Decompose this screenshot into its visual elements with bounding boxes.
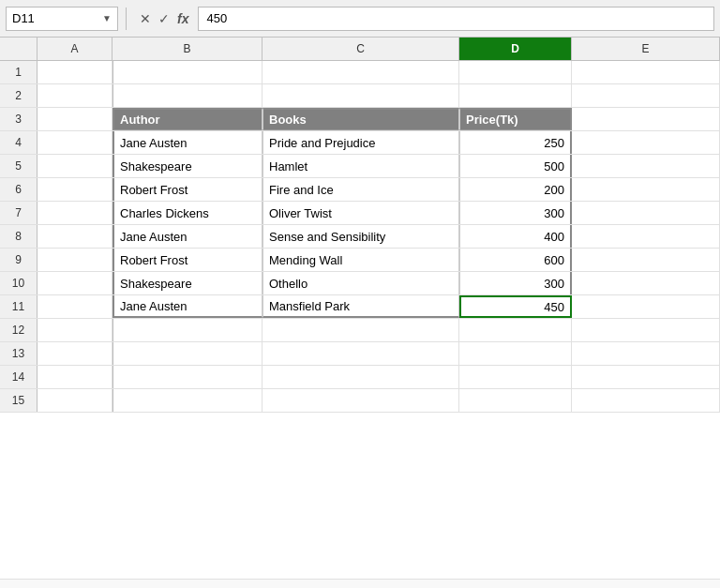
cell-e9[interactable] <box>572 249 720 271</box>
col-header-c[interactable]: C <box>262 38 459 60</box>
cell-b9[interactable]: Robert Frost <box>112 249 262 271</box>
cell-e3[interactable] <box>572 108 720 130</box>
cell-d10[interactable]: 300 <box>459 272 572 294</box>
cell-d7[interactable]: 300 <box>459 202 572 224</box>
cell-a2[interactable] <box>38 84 112 107</box>
cell-a7[interactable] <box>38 202 112 224</box>
cell-d13[interactable] <box>459 342 572 365</box>
cell-d5[interactable]: 500 <box>459 155 572 177</box>
cell-c5[interactable]: Hamlet <box>262 155 459 177</box>
row-header-8[interactable]: 8 <box>0 225 38 248</box>
cell-a10[interactable] <box>38 272 112 294</box>
cell-b15[interactable] <box>112 389 262 412</box>
cell-d1[interactable] <box>459 61 572 83</box>
cell-d2[interactable] <box>459 84 572 107</box>
cell-d8[interactable]: 400 <box>459 225 572 248</box>
col-header-d[interactable]: D <box>459 38 572 60</box>
cell-e6[interactable] <box>572 178 720 201</box>
cell-c3[interactable]: Books <box>262 108 459 130</box>
cell-b13[interactable] <box>112 342 262 365</box>
cell-b5[interactable]: Shakespeare <box>112 155 262 177</box>
cell-b4[interactable]: Jane Austen <box>112 131 262 154</box>
cell-b1[interactable] <box>112 61 262 83</box>
row-header-10[interactable]: 10 <box>0 272 38 294</box>
name-box-dropdown-icon[interactable]: ▼ <box>102 13 112 23</box>
cell-a13[interactable] <box>38 342 112 365</box>
cell-b2[interactable] <box>112 84 262 107</box>
cell-b7[interactable]: Charles Dickens <box>112 202 262 224</box>
cell-a3[interactable] <box>38 108 112 130</box>
row-header-15[interactable]: 15 <box>0 389 38 412</box>
col-header-b[interactable]: B <box>112 38 262 60</box>
row-header-9[interactable]: 9 <box>0 249 38 271</box>
cell-b6[interactable]: Robert Frost <box>112 178 262 201</box>
confirm-icon[interactable]: ✓ <box>158 11 170 26</box>
row-header-6[interactable]: 6 <box>0 178 38 201</box>
cell-c2[interactable] <box>262 84 459 107</box>
cell-e12[interactable] <box>572 319 720 341</box>
cancel-icon[interactable]: ✕ <box>140 11 151 26</box>
cell-a8[interactable] <box>38 225 112 248</box>
cell-b8[interactable]: Jane Austen <box>112 225 262 248</box>
cell-d4[interactable]: 250 <box>459 131 572 154</box>
cell-e10[interactable] <box>572 272 720 294</box>
row-header-7[interactable]: 7 <box>0 202 38 224</box>
cell-a9[interactable] <box>38 249 112 271</box>
row-header-2[interactable]: 2 <box>0 84 38 107</box>
cell-a14[interactable] <box>38 366 112 388</box>
cell-b14[interactable] <box>112 366 262 388</box>
cell-c7[interactable]: Oliver Twist <box>262 202 459 224</box>
cell-e8[interactable] <box>572 225 720 248</box>
cell-d9[interactable]: 600 <box>459 249 572 271</box>
cell-b12[interactable] <box>112 319 262 341</box>
cell-b3[interactable]: Author <box>112 108 262 130</box>
cell-e5[interactable] <box>572 155 720 177</box>
cell-c13[interactable] <box>262 342 459 365</box>
row-header-11[interactable]: 11 <box>0 295 38 318</box>
row-header-5[interactable]: 5 <box>0 155 38 177</box>
col-header-e[interactable]: E <box>572 38 720 60</box>
cell-a6[interactable] <box>38 178 112 201</box>
row-header-1[interactable]: 1 <box>0 61 38 83</box>
name-box[interactable]: D11 ▼ <box>6 7 118 31</box>
cell-c8[interactable]: Sense and Sensibility <box>262 225 459 248</box>
cell-c4[interactable]: Pride and Prejudice <box>262 131 459 154</box>
cell-c6[interactable]: Fire and Ice <box>262 178 459 201</box>
cell-c11[interactable]: Mansfield Park <box>262 295 459 318</box>
cell-c12[interactable] <box>262 319 459 341</box>
cell-a1[interactable] <box>38 61 112 83</box>
cell-b11[interactable]: Jane Austen <box>112 295 262 318</box>
row-header-3[interactable]: 3 <box>0 108 38 130</box>
cell-c14[interactable] <box>262 366 459 388</box>
cell-e11[interactable] <box>572 295 720 318</box>
cell-c1[interactable] <box>262 61 459 83</box>
cell-a15[interactable] <box>38 389 112 412</box>
cell-c9[interactable]: Mending Wall <box>262 249 459 271</box>
cell-a11[interactable] <box>38 295 112 318</box>
cell-e14[interactable] <box>572 366 720 388</box>
row-header-12[interactable]: 12 <box>0 319 38 341</box>
cell-d12[interactable] <box>459 319 572 341</box>
cell-c10[interactable]: Othello <box>262 272 459 294</box>
cell-d14[interactable] <box>459 366 572 388</box>
cell-e13[interactable] <box>572 342 720 365</box>
cell-c15[interactable] <box>262 389 459 412</box>
cell-d6[interactable]: 200 <box>459 178 572 201</box>
cell-a5[interactable] <box>38 155 112 177</box>
row-header-13[interactable]: 13 <box>0 342 38 365</box>
col-header-a[interactable]: A <box>38 38 112 60</box>
row-header-4[interactable]: 4 <box>0 131 38 154</box>
cell-e2[interactable] <box>572 84 720 107</box>
cell-e1[interactable] <box>572 61 720 83</box>
cell-a12[interactable] <box>38 319 112 341</box>
cell-e7[interactable] <box>572 202 720 224</box>
cell-b10[interactable]: Shakespeare <box>112 272 262 294</box>
cell-e4[interactable] <box>572 131 720 154</box>
cell-d11[interactable]: 450 <box>459 295 572 318</box>
cell-d15[interactable] <box>459 389 572 412</box>
row-header-14[interactable]: 14 <box>0 366 38 388</box>
cell-e15[interactable] <box>572 389 720 412</box>
cell-d3[interactable]: Price(Tk) <box>459 108 572 130</box>
cell-a4[interactable] <box>38 131 112 154</box>
formula-input[interactable]: 450 <box>198 7 714 31</box>
